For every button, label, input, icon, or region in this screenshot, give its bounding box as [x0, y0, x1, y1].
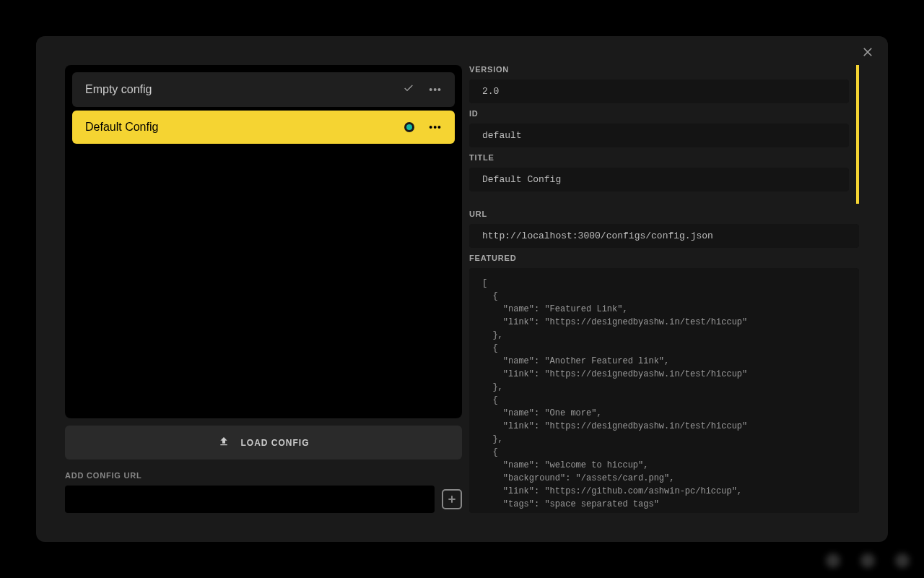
config-item-actions: •••	[404, 121, 442, 133]
more-icon[interactable]: •••	[429, 84, 442, 95]
featured-label: FEATURED	[469, 254, 859, 262]
add-url-input[interactable]	[65, 486, 435, 513]
add-url-row	[65, 486, 462, 513]
close-icon[interactable]	[860, 45, 875, 62]
toolbar-icon-1[interactable]	[826, 553, 840, 568]
check-icon[interactable]	[403, 82, 414, 97]
config-modal: Empty config ••• Default Config •••	[36, 36, 888, 542]
load-config-label: LOAD CONFIG	[241, 438, 310, 448]
right-panel: VERSION 2.0 ID default TITLE Default Con…	[469, 65, 859, 513]
left-panel: Empty config ••• Default Config •••	[65, 65, 462, 513]
upload-icon	[218, 436, 230, 449]
add-url-button[interactable]	[442, 489, 462, 509]
detail-bottom: URL http://localhost:3000/configs/config…	[469, 210, 859, 513]
featured-value[interactable]: [ { "name": "Featured Link", "link": "ht…	[469, 268, 859, 513]
config-item-label: Default Config	[85, 121, 404, 134]
bottom-toolbar	[826, 553, 910, 568]
id-value: default	[469, 124, 849, 147]
more-icon[interactable]: •••	[429, 121, 442, 133]
version-value: 2.0	[469, 79, 849, 103]
title-value: Default Config	[469, 168, 849, 191]
config-item-default[interactable]: Default Config •••	[72, 111, 455, 144]
add-url-label: ADD CONFIG URL	[65, 471, 462, 480]
toolbar-icon-3[interactable]	[895, 553, 910, 568]
config-list: Empty config ••• Default Config •••	[65, 65, 462, 418]
config-item-label: Empty config	[85, 83, 403, 96]
id-label: ID	[469, 109, 849, 118]
config-item-empty[interactable]: Empty config •••	[72, 72, 455, 107]
detail-top: VERSION 2.0 ID default TITLE Default Con…	[469, 65, 859, 204]
url-label: URL	[469, 210, 859, 218]
modal-content: Empty config ••• Default Config •••	[65, 65, 859, 513]
version-label: VERSION	[469, 65, 849, 74]
config-item-actions: •••	[403, 82, 442, 97]
toolbar-icon-2[interactable]	[860, 553, 875, 568]
add-url-section: ADD CONFIG URL	[65, 471, 462, 513]
title-label: TITLE	[469, 153, 849, 162]
url-value: http://localhost:3000/configs/config.jso…	[469, 224, 859, 248]
active-indicator-icon	[404, 122, 414, 132]
load-config-button[interactable]: LOAD CONFIG	[65, 426, 462, 460]
